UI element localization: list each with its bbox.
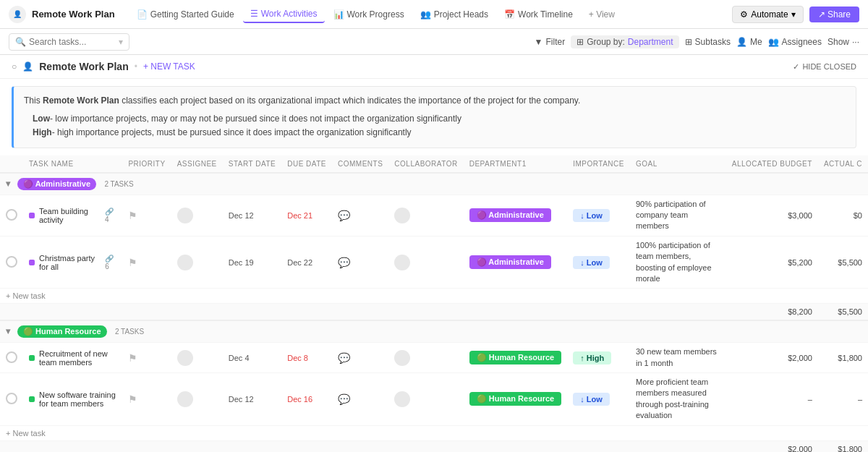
comment-icon[interactable]: 💬 (338, 393, 350, 405)
task-collaborator[interactable] (388, 195, 463, 236)
priority-flag-icon[interactable]: ⚑ (128, 257, 137, 268)
task-dot-icon (29, 260, 35, 265)
task-collaborator[interactable] (388, 236, 463, 289)
goal-text: 90% participation of company team member… (636, 200, 706, 231)
task-comments[interactable]: 💬 (332, 236, 388, 289)
task-name-text[interactable]: Christmas party for all (39, 254, 101, 271)
nav-work-progress[interactable]: 📊 Work Progress (326, 7, 412, 22)
group-header-cell: ▾ 🟢 Human Resource 2 TASKS (0, 320, 868, 343)
task-priority[interactable]: ⚑ (122, 373, 171, 426)
collapse-human-resource-icon[interactable]: ▾ (6, 326, 10, 336)
task-status-icon[interactable] (6, 256, 17, 268)
task-actual: $5,500 (818, 236, 868, 289)
collapse-icon[interactable]: ○ (12, 61, 17, 72)
search-box[interactable]: 🔍 ▾ (9, 33, 129, 51)
avatar[interactable] (177, 350, 193, 366)
add-task-link[interactable]: + New task (6, 291, 46, 300)
task-priority[interactable]: ⚑ (122, 343, 171, 373)
totals-spacer (0, 304, 726, 321)
row-check[interactable] (0, 236, 23, 289)
col-priority: PRIORITY (122, 155, 171, 173)
info-intro: This Remote Work Plan classifies each pr… (24, 94, 846, 108)
task-comments[interactable]: 💬 (332, 373, 388, 426)
subtasks-icon: ⊞ (685, 37, 692, 47)
department-badge: 🟣 Administrative (469, 208, 551, 222)
nav-work-timeline[interactable]: 📅 Work Timeline (497, 7, 580, 22)
col-collaborator: COLLABORATOR (388, 155, 463, 173)
new-task-button[interactable]: + NEW TASK (143, 61, 195, 72)
project-heads-icon: 👥 (420, 9, 431, 20)
priority-flag-icon[interactable]: ⚑ (128, 393, 137, 405)
avatar[interactable] (177, 391, 193, 407)
task-status-icon[interactable] (6, 393, 17, 404)
search-input[interactable] (29, 37, 116, 47)
row-check[interactable] (0, 195, 23, 236)
avatar[interactable] (177, 208, 193, 223)
comment-icon[interactable]: 💬 (338, 257, 350, 268)
task-budget: $5,200 (726, 236, 818, 289)
assignees-button[interactable]: 👥 Assignees (768, 37, 822, 47)
collaborator-avatar[interactable] (394, 350, 410, 366)
task-name-text[interactable]: New software training for team members (39, 391, 116, 408)
collaborator-avatar[interactable] (394, 255, 410, 270)
total-actual: $1,800 (818, 440, 868, 452)
automate-button[interactable]: ⚙ Automate ▾ (732, 6, 803, 23)
task-department: 🟢 Human Resource (464, 373, 568, 426)
total-budget: $2,000 (726, 440, 818, 452)
priority-flag-icon[interactable]: ⚑ (128, 210, 137, 221)
task-budget: – (726, 373, 818, 426)
share-button[interactable]: ↗ Share (809, 7, 859, 22)
comment-icon[interactable]: 💬 (338, 352, 350, 364)
task-due-date: Dec 16 (281, 373, 332, 426)
subtasks-button[interactable]: ⊞ Subtasks (685, 37, 731, 47)
collaborator-avatar[interactable] (394, 391, 410, 407)
totals-row: $8,200 $5,500 (0, 304, 868, 321)
col-department: DEPARTMENT1 (464, 155, 568, 173)
collaborator-avatar[interactable] (394, 208, 410, 223)
task-status-icon[interactable] (6, 209, 17, 221)
task-assignee[interactable] (171, 343, 223, 373)
second-bar-right: ▼ Filter ⊞ Group by: Department ⊞ Subtas… (535, 35, 859, 48)
project-name: Remote Work Plan (32, 9, 115, 20)
filter-button[interactable]: ▼ Filter (535, 37, 566, 47)
nav-getting-started[interactable]: 📄 Getting Started Guide (129, 7, 242, 22)
col-budget: ALLOCATED BUDGET (726, 155, 818, 173)
task-status-icon[interactable] (6, 351, 17, 363)
nav-project-heads[interactable]: 👥 Project Heads (413, 7, 495, 22)
assignees-icon: 👥 (768, 37, 779, 47)
task-name-wrap: Recruitment of new team members (29, 349, 116, 367)
group-badge-administrative: 🟣 Administrative (17, 178, 96, 190)
table-header-row: TASK NAME PRIORITY ASSIGNEE START DATE D… (0, 155, 868, 173)
task-name-text[interactable]: Recruitment of new team members (39, 349, 116, 367)
collapse-administrative-icon[interactable]: ▾ (6, 179, 10, 189)
task-start-date: Dec 4 (223, 343, 281, 373)
task-priority[interactable]: ⚑ (122, 236, 171, 289)
task-assignee[interactable] (171, 373, 223, 426)
top-bar: 👤 Remote Work Plan 📄 Getting Started Gui… (0, 0, 868, 29)
group-by-button[interactable]: ⊞ Group by: Department (571, 35, 678, 48)
nav-work-activities[interactable]: ☰ Work Activities (243, 6, 325, 23)
show-icon: ··· (852, 37, 859, 47)
comment-icon[interactable]: 💬 (338, 210, 350, 221)
task-collaborator[interactable] (388, 373, 463, 426)
row-check[interactable] (0, 373, 23, 426)
avatar[interactable] (177, 255, 193, 270)
row-check[interactable] (0, 343, 23, 373)
task-importance: ↑ High (567, 343, 630, 373)
priority-flag-icon[interactable]: ⚑ (128, 352, 137, 364)
task-assignee[interactable] (171, 195, 223, 236)
me-button[interactable]: 👤 Me (736, 37, 762, 47)
hide-closed-button[interactable]: ✓ HIDE CLOSED (793, 62, 856, 72)
task-collaborator[interactable] (388, 343, 463, 373)
task-priority[interactable]: ⚑ (122, 195, 171, 236)
task-actual: $0 (818, 195, 868, 236)
task-name-text[interactable]: Team building activity (39, 207, 101, 224)
task-actual: – (818, 373, 868, 426)
show-button[interactable]: Show ··· (827, 37, 859, 47)
add-task-link[interactable]: + New task (6, 429, 46, 438)
task-comments[interactable]: 💬 (332, 343, 388, 373)
task-assignee[interactable] (171, 236, 223, 289)
task-comments[interactable]: 💬 (332, 195, 388, 236)
nav-add-view[interactable]: + View (582, 7, 622, 22)
task-budget: $3,000 (726, 195, 818, 236)
